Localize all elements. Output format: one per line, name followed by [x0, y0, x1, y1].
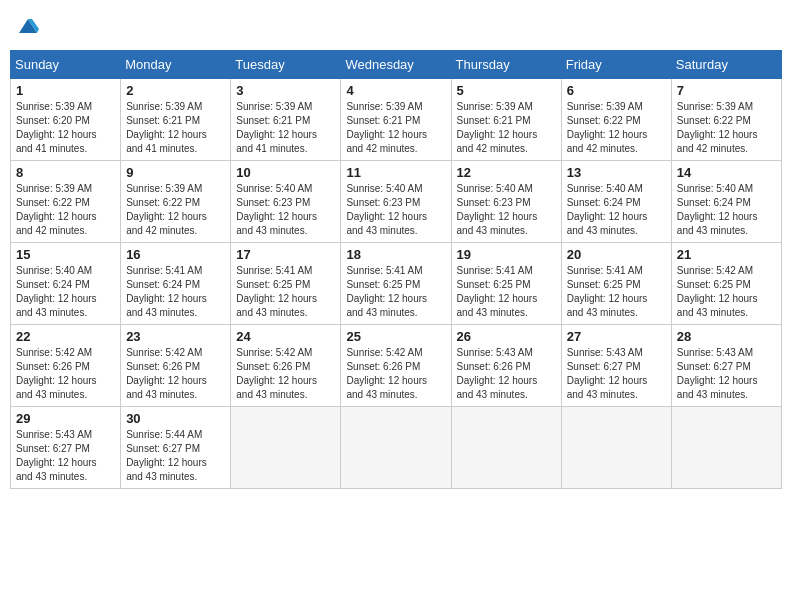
day-number: 29 — [16, 411, 115, 426]
calendar-cell: 20Sunrise: 5:41 AMSunset: 6:25 PMDayligh… — [561, 243, 671, 325]
calendar-cell: 3Sunrise: 5:39 AMSunset: 6:21 PMDaylight… — [231, 79, 341, 161]
calendar-cell: 10Sunrise: 5:40 AMSunset: 6:23 PMDayligh… — [231, 161, 341, 243]
day-number: 25 — [346, 329, 445, 344]
calendar-cell: 1Sunrise: 5:39 AMSunset: 6:20 PMDaylight… — [11, 79, 121, 161]
week-row-1: 1Sunrise: 5:39 AMSunset: 6:20 PMDaylight… — [11, 79, 782, 161]
day-number: 24 — [236, 329, 335, 344]
day-info: Sunrise: 5:40 AMSunset: 6:24 PMDaylight:… — [677, 182, 776, 238]
day-info: Sunrise: 5:41 AMSunset: 6:24 PMDaylight:… — [126, 264, 225, 320]
day-info: Sunrise: 5:42 AMSunset: 6:25 PMDaylight:… — [677, 264, 776, 320]
logo — [15, 15, 39, 42]
day-number: 28 — [677, 329, 776, 344]
day-info: Sunrise: 5:39 AMSunset: 6:21 PMDaylight:… — [236, 100, 335, 156]
day-info: Sunrise: 5:39 AMSunset: 6:22 PMDaylight:… — [567, 100, 666, 156]
week-row-5: 29Sunrise: 5:43 AMSunset: 6:27 PMDayligh… — [11, 407, 782, 489]
day-number: 11 — [346, 165, 445, 180]
calendar-table: SundayMondayTuesdayWednesdayThursdayFrid… — [10, 50, 782, 489]
week-row-4: 22Sunrise: 5:42 AMSunset: 6:26 PMDayligh… — [11, 325, 782, 407]
day-number: 27 — [567, 329, 666, 344]
calendar-cell: 6Sunrise: 5:39 AMSunset: 6:22 PMDaylight… — [561, 79, 671, 161]
weekday-saturday: Saturday — [671, 51, 781, 79]
day-number: 30 — [126, 411, 225, 426]
calendar-cell: 5Sunrise: 5:39 AMSunset: 6:21 PMDaylight… — [451, 79, 561, 161]
day-number: 5 — [457, 83, 556, 98]
calendar-cell: 27Sunrise: 5:43 AMSunset: 6:27 PMDayligh… — [561, 325, 671, 407]
day-info: Sunrise: 5:40 AMSunset: 6:23 PMDaylight:… — [346, 182, 445, 238]
day-number: 16 — [126, 247, 225, 262]
day-number: 10 — [236, 165, 335, 180]
calendar-cell: 19Sunrise: 5:41 AMSunset: 6:25 PMDayligh… — [451, 243, 561, 325]
header — [10, 10, 782, 42]
day-info: Sunrise: 5:39 AMSunset: 6:22 PMDaylight:… — [677, 100, 776, 156]
day-number: 22 — [16, 329, 115, 344]
calendar-cell: 2Sunrise: 5:39 AMSunset: 6:21 PMDaylight… — [121, 79, 231, 161]
day-number: 4 — [346, 83, 445, 98]
day-info: Sunrise: 5:39 AMSunset: 6:21 PMDaylight:… — [126, 100, 225, 156]
weekday-friday: Friday — [561, 51, 671, 79]
day-number: 9 — [126, 165, 225, 180]
calendar-cell: 22Sunrise: 5:42 AMSunset: 6:26 PMDayligh… — [11, 325, 121, 407]
calendar-cell: 15Sunrise: 5:40 AMSunset: 6:24 PMDayligh… — [11, 243, 121, 325]
calendar-cell — [561, 407, 671, 489]
day-info: Sunrise: 5:42 AMSunset: 6:26 PMDaylight:… — [16, 346, 115, 402]
day-number: 8 — [16, 165, 115, 180]
calendar-cell: 29Sunrise: 5:43 AMSunset: 6:27 PMDayligh… — [11, 407, 121, 489]
weekday-sunday: Sunday — [11, 51, 121, 79]
calendar-cell — [231, 407, 341, 489]
day-info: Sunrise: 5:42 AMSunset: 6:26 PMDaylight:… — [346, 346, 445, 402]
day-info: Sunrise: 5:44 AMSunset: 6:27 PMDaylight:… — [126, 428, 225, 484]
calendar-cell: 12Sunrise: 5:40 AMSunset: 6:23 PMDayligh… — [451, 161, 561, 243]
day-info: Sunrise: 5:40 AMSunset: 6:24 PMDaylight:… — [16, 264, 115, 320]
weekday-wednesday: Wednesday — [341, 51, 451, 79]
day-number: 13 — [567, 165, 666, 180]
calendar-cell: 18Sunrise: 5:41 AMSunset: 6:25 PMDayligh… — [341, 243, 451, 325]
day-info: Sunrise: 5:40 AMSunset: 6:24 PMDaylight:… — [567, 182, 666, 238]
day-number: 17 — [236, 247, 335, 262]
calendar-cell: 17Sunrise: 5:41 AMSunset: 6:25 PMDayligh… — [231, 243, 341, 325]
day-info: Sunrise: 5:40 AMSunset: 6:23 PMDaylight:… — [236, 182, 335, 238]
day-info: Sunrise: 5:41 AMSunset: 6:25 PMDaylight:… — [457, 264, 556, 320]
calendar-cell: 23Sunrise: 5:42 AMSunset: 6:26 PMDayligh… — [121, 325, 231, 407]
day-number: 3 — [236, 83, 335, 98]
day-info: Sunrise: 5:43 AMSunset: 6:26 PMDaylight:… — [457, 346, 556, 402]
day-number: 12 — [457, 165, 556, 180]
calendar-cell: 21Sunrise: 5:42 AMSunset: 6:25 PMDayligh… — [671, 243, 781, 325]
calendar-cell: 14Sunrise: 5:40 AMSunset: 6:24 PMDayligh… — [671, 161, 781, 243]
day-number: 21 — [677, 247, 776, 262]
weekday-thursday: Thursday — [451, 51, 561, 79]
calendar-cell: 7Sunrise: 5:39 AMSunset: 6:22 PMDaylight… — [671, 79, 781, 161]
calendar-cell: 30Sunrise: 5:44 AMSunset: 6:27 PMDayligh… — [121, 407, 231, 489]
day-number: 6 — [567, 83, 666, 98]
calendar-cell: 26Sunrise: 5:43 AMSunset: 6:26 PMDayligh… — [451, 325, 561, 407]
calendar-cell: 24Sunrise: 5:42 AMSunset: 6:26 PMDayligh… — [231, 325, 341, 407]
day-info: Sunrise: 5:43 AMSunset: 6:27 PMDaylight:… — [16, 428, 115, 484]
day-number: 7 — [677, 83, 776, 98]
day-info: Sunrise: 5:40 AMSunset: 6:23 PMDaylight:… — [457, 182, 556, 238]
day-info: Sunrise: 5:39 AMSunset: 6:21 PMDaylight:… — [346, 100, 445, 156]
day-number: 20 — [567, 247, 666, 262]
day-info: Sunrise: 5:42 AMSunset: 6:26 PMDaylight:… — [126, 346, 225, 402]
weekday-monday: Monday — [121, 51, 231, 79]
day-number: 15 — [16, 247, 115, 262]
day-info: Sunrise: 5:41 AMSunset: 6:25 PMDaylight:… — [346, 264, 445, 320]
day-number: 2 — [126, 83, 225, 98]
day-info: Sunrise: 5:39 AMSunset: 6:20 PMDaylight:… — [16, 100, 115, 156]
day-number: 18 — [346, 247, 445, 262]
logo-icon — [17, 15, 39, 37]
calendar-cell — [451, 407, 561, 489]
weekday-tuesday: Tuesday — [231, 51, 341, 79]
day-number: 23 — [126, 329, 225, 344]
day-number: 26 — [457, 329, 556, 344]
calendar-cell: 9Sunrise: 5:39 AMSunset: 6:22 PMDaylight… — [121, 161, 231, 243]
weekday-header-row: SundayMondayTuesdayWednesdayThursdayFrid… — [11, 51, 782, 79]
calendar-cell: 4Sunrise: 5:39 AMSunset: 6:21 PMDaylight… — [341, 79, 451, 161]
day-info: Sunrise: 5:39 AMSunset: 6:22 PMDaylight:… — [126, 182, 225, 238]
day-info: Sunrise: 5:43 AMSunset: 6:27 PMDaylight:… — [677, 346, 776, 402]
day-info: Sunrise: 5:42 AMSunset: 6:26 PMDaylight:… — [236, 346, 335, 402]
calendar-cell: 16Sunrise: 5:41 AMSunset: 6:24 PMDayligh… — [121, 243, 231, 325]
week-row-3: 15Sunrise: 5:40 AMSunset: 6:24 PMDayligh… — [11, 243, 782, 325]
calendar-cell — [341, 407, 451, 489]
day-number: 1 — [16, 83, 115, 98]
day-info: Sunrise: 5:43 AMSunset: 6:27 PMDaylight:… — [567, 346, 666, 402]
calendar-cell: 28Sunrise: 5:43 AMSunset: 6:27 PMDayligh… — [671, 325, 781, 407]
